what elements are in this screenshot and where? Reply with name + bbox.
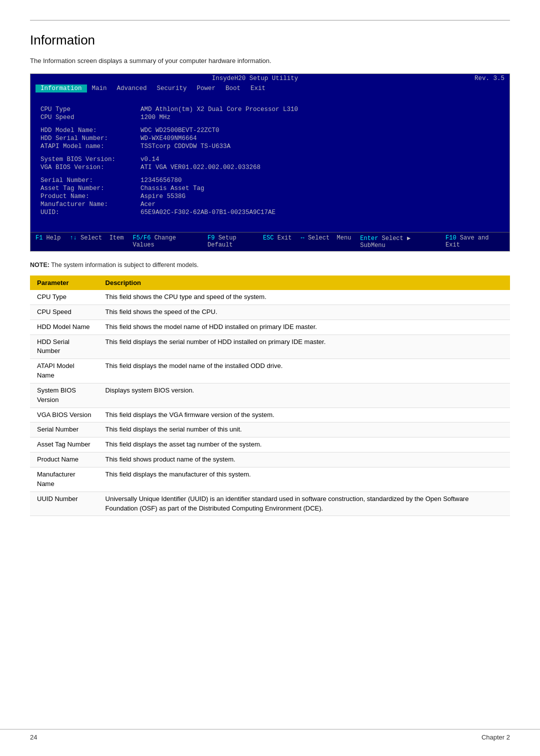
bios-field-manufacturer: Manufacturer Name: Acer xyxy=(40,201,500,208)
bios-header: InsydeH20 Setup Utility Rev. 3.5 xyxy=(30,74,510,83)
bios-nav-boot[interactable]: Boot xyxy=(220,84,246,92)
bios-nav-power[interactable]: Power xyxy=(192,84,221,92)
bios-label-product: Product Name: xyxy=(40,193,140,200)
bios-footer-f5f6: F5/F6 Change Values xyxy=(132,234,198,249)
table-cell-param: Manufacturer Name xyxy=(30,467,98,492)
table-row: ATAPI Model NameThis field displays the … xyxy=(30,359,510,384)
table-cell-desc: This field shows the CPU type and speed … xyxy=(98,290,510,304)
table-cell-desc: This field shows the speed of the CPU. xyxy=(98,304,510,320)
table-row: Manufacturer NameThis field displays the… xyxy=(30,467,510,492)
bios-nav-main[interactable]: Main xyxy=(87,84,112,92)
table-cell-desc: This field displays the serial number of… xyxy=(98,422,510,438)
bios-footer-left: F1 Help ↑↓ Select Item F5/F6 Change Valu… xyxy=(36,234,263,249)
top-divider xyxy=(30,20,510,20)
bios-value-manufacturer: Acer xyxy=(140,201,156,208)
bios-footer-lr: ↔ Select Menu xyxy=(301,234,352,249)
table-row: Serial NumberThis field displays the ser… xyxy=(30,422,510,438)
table-row: VGA BIOS VersionThis field displays the … xyxy=(30,408,510,422)
table-cell-param: Serial Number xyxy=(30,422,98,438)
table-row: Asset Tag NumberThis field displays the … xyxy=(30,438,510,452)
table-cell-desc: This field displays the serial number of… xyxy=(98,334,510,359)
table-cell-param: HDD Model Name xyxy=(30,320,98,334)
table-cell-param: System BIOS Version xyxy=(30,383,98,408)
table-cell-desc: This field displays the model name of th… xyxy=(98,359,510,384)
col-description: Description xyxy=(98,276,510,290)
table-row: CPU SpeedThis field shows the speed of t… xyxy=(30,304,510,320)
bios-footer-arrows: ↑↓ Select Item xyxy=(70,234,124,249)
bios-label-vga-bios: VGA BIOS Version: xyxy=(40,164,140,171)
bios-value-atapi: TSSTcorp CDDVDW TS-U633A xyxy=(140,143,230,150)
bios-label-serial: Serial Number: xyxy=(40,177,140,184)
bios-value-hdd-serial: WD-WXE409NM6664 xyxy=(140,135,197,142)
table-row: CPU TypeThis field shows the CPU type an… xyxy=(30,290,510,304)
bios-footer-right: ESC Exit ↔ Select Menu Enter Select ▶ Su… xyxy=(263,234,504,249)
bios-value-vga-bios: ATI VGA VER01.022.002.002.033268 xyxy=(140,164,260,171)
bios-field-uuid: UUID: 65E9A02C-F302-62AB-07B1-00235A9C17… xyxy=(40,209,500,216)
table-row: HDD Model NameThis field shows the model… xyxy=(30,320,510,334)
bios-emulator: InsydeH20 Setup Utility Rev. 3.5 Informa… xyxy=(30,74,510,252)
bios-field-hdd-model: HDD Model Name: WDC WD2500BEVT-22ZCT0 xyxy=(40,127,500,134)
table-cell-param: Product Name xyxy=(30,452,98,468)
table-row: System BIOS VersionDisplays system BIOS … xyxy=(30,383,510,408)
bios-field-product: Product Name: Aspire 5538G xyxy=(40,193,500,200)
table-cell-param: VGA BIOS Version xyxy=(30,408,98,422)
bios-label-cpu-speed: CPU Speed xyxy=(40,114,140,121)
note-text: NOTE: The system information is subject … xyxy=(30,262,510,268)
bios-field-cpu-speed: CPU Speed 1200 MHz xyxy=(40,114,500,121)
table-row: HDD Serial NumberThis field displays the… xyxy=(30,334,510,359)
bios-nav: Information Main Advanced Security Power… xyxy=(30,83,510,94)
table-row: Product NameThis field shows product nam… xyxy=(30,452,510,468)
bios-label-atapi: ATAPI Model name: xyxy=(40,143,140,150)
page-title: Information xyxy=(30,32,510,48)
bios-footer-f9: F9 Setup Default xyxy=(208,234,263,249)
table-row: UUID NumberUniversally Unique Identifier… xyxy=(30,492,510,516)
bios-value-cpu-type: AMD Athlon(tm) X2 Dual Core Processor L3… xyxy=(140,106,298,113)
bios-field-asset-tag: Asset Tag Number: Chassis Asset Tag xyxy=(40,185,500,192)
col-parameter: Parameter xyxy=(30,276,98,290)
bios-title: InsydeH20 Setup Utility xyxy=(36,75,474,82)
bios-value-uuid: 65E9A02C-F302-62AB-07B1-00235A9C17AE xyxy=(140,209,276,216)
table-cell-param: CPU Speed xyxy=(30,304,98,320)
table-cell-desc: Displays system BIOS version. xyxy=(98,383,510,408)
bios-label-hdd-model: HDD Model Name: xyxy=(40,127,140,134)
bios-field-vga-bios: VGA BIOS Version: ATI VGA VER01.022.002.… xyxy=(40,164,500,171)
bios-value-product: Aspire 5538G xyxy=(140,193,186,200)
bios-footer-f1: F1 Help xyxy=(36,234,60,249)
bios-label-asset-tag: Asset Tag Number: xyxy=(40,185,140,192)
parameter-table: Parameter Description CPU TypeThis field… xyxy=(30,276,510,516)
table-cell-desc: This field shows product name of the sys… xyxy=(98,452,510,468)
bios-nav-exit[interactable]: Exit xyxy=(246,84,270,92)
bios-value-hdd-model: WDC WD2500BEVT-22ZCT0 xyxy=(140,127,220,134)
bios-nav-security[interactable]: Security xyxy=(152,84,192,92)
bios-label-uuid: UUID: xyxy=(40,209,140,216)
table-cell-desc: This field shows the model name of HDD i… xyxy=(98,320,510,334)
bios-field-atapi: ATAPI Model name: TSSTcorp CDDVDW TS-U63… xyxy=(40,143,500,150)
bios-value-asset-tag: Chassis Asset Tag xyxy=(140,185,204,192)
table-header: Parameter Description xyxy=(30,276,510,290)
bios-label-hdd-serial: HDD Serial Number: xyxy=(40,135,140,142)
table-cell-param: Asset Tag Number xyxy=(30,438,98,452)
bios-footer-esc: ESC Exit xyxy=(263,234,292,249)
table-cell-desc: This field displays the asset tag number… xyxy=(98,438,510,452)
table-body: CPU TypeThis field shows the CPU type an… xyxy=(30,290,510,516)
table-cell-param: UUID Number xyxy=(30,492,98,516)
bios-rev: Rev. 3.5 xyxy=(474,75,504,82)
bios-footer: F1 Help ↑↓ Select Item F5/F6 Change Valu… xyxy=(30,232,510,251)
bios-label-cpu-type: CPU Type xyxy=(40,106,140,113)
bios-value-sys-bios: v0.14 xyxy=(140,156,160,163)
bios-label-sys-bios: System BIOS Version: xyxy=(40,156,140,163)
bios-footer-enter: Enter Select ▶ SubMenu xyxy=(360,234,436,249)
bios-field-hdd-serial: HDD Serial Number: WD-WXE409NM6664 xyxy=(40,135,500,142)
bios-nav-advanced[interactable]: Advanced xyxy=(112,84,152,92)
table-cell-desc: This field displays the manufacturer of … xyxy=(98,467,510,492)
bios-nav-information[interactable]: Information xyxy=(36,84,87,92)
table-cell-desc: Universally Unique Identifier (UUID) is … xyxy=(98,492,510,516)
table-cell-param: HDD Serial Number xyxy=(30,334,98,359)
bios-value-serial: 12345656780 xyxy=(140,177,182,184)
table-cell-param: CPU Type xyxy=(30,290,98,304)
table-cell-desc: This field displays the VGA firmware ver… xyxy=(98,408,510,422)
bios-field-serial: Serial Number: 12345656780 xyxy=(40,177,500,184)
bios-content: CPU Type AMD Athlon(tm) X2 Dual Core Pro… xyxy=(30,94,510,232)
bios-footer-f10: F10 Save and Exit xyxy=(446,234,504,249)
table-header-row: Parameter Description xyxy=(30,276,510,290)
